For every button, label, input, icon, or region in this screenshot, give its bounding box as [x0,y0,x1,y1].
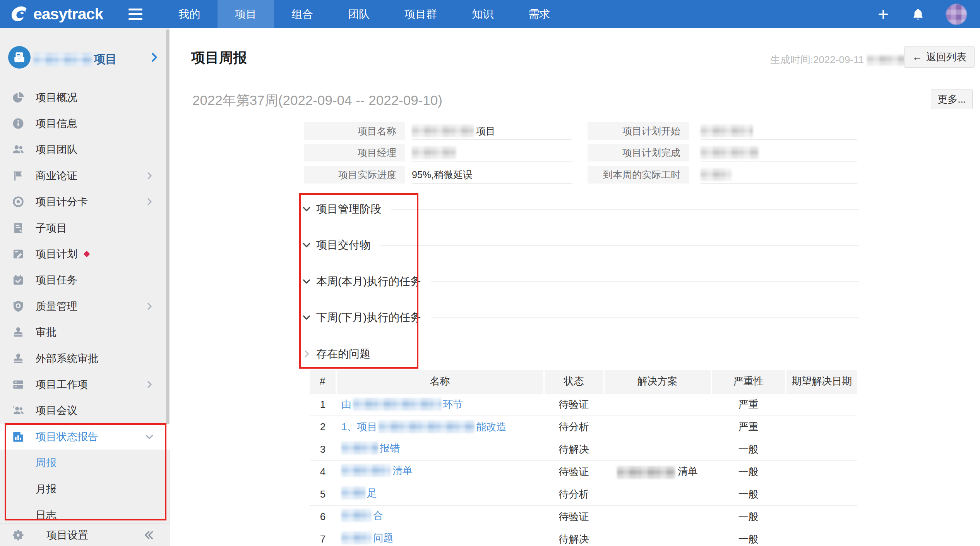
redacted-issue-name [341,509,372,522]
issue-name-link[interactable]: 清单 [341,464,413,477]
redacted-value [412,125,474,137]
issue-name-link[interactable]: 问题 [341,531,393,545]
issue-row: 6 合 待验证 一般 [310,505,857,528]
section-next-week-tasks[interactable]: 下周(下月)执行的任务 [302,309,859,326]
issue-severity: 严重 [711,393,786,416]
project-avatar [8,46,31,69]
tasks-calendar-check-icon [12,273,25,287]
issue-status: 待解决 [544,438,604,460]
sidebar-item-project-scorecard[interactable]: 项目计分卡 [0,189,170,215]
issue-status: 待分析 [544,483,604,505]
target-icon [12,195,25,208]
sidebar-item-status-report[interactable]: 项目状态报告 [0,424,170,450]
info-icon [12,117,25,130]
sidebar-scrollbar[interactable] [166,29,169,424]
tab-my[interactable]: 我的 [161,0,218,28]
chevron-right-icon [302,349,312,359]
redacted-issue-name [379,421,475,433]
more-button[interactable]: 更多... [931,89,973,109]
col-header-name: 名称 [336,370,544,393]
redacted-issue-name [341,464,391,477]
hamburger-menu-icon[interactable] [128,9,142,20]
redacted-project-name [33,53,92,66]
user-avatar[interactable] [946,4,967,25]
issue-severity: 一般 [711,483,786,505]
col-header-status: 状态 [544,370,604,393]
chevron-right-icon [144,301,154,311]
issue-severity: 一般 [711,528,786,546]
sidebar-item-work-items[interactable]: 项目工作项 [0,371,170,397]
generated-time: 生成时间:2022-09-11 [770,53,910,67]
issue-name-link[interactable]: 足 [341,486,377,500]
work-items-icon [12,378,25,391]
redacted-value [701,168,732,181]
field-value-actual-progress: 95%,稍微延误 [412,166,572,184]
chevron-down-icon [302,312,312,323]
section-deliverables[interactable]: 项目交付物 [302,237,859,253]
field-label-project-manager: 项目经理 [304,144,405,161]
redacted-solution [617,466,675,479]
project-name: 项目 [33,52,117,67]
sidebar-item-external-approval[interactable]: 外部系统审批 [0,345,170,371]
section-management-phase[interactable]: 项目管理阶段 [302,201,859,217]
sidebar-item-approval[interactable]: 审批 [0,319,170,345]
page-title: 项目周报 [191,48,247,67]
section-existing-issues[interactable]: 存在的问题 [302,346,859,362]
tab-program[interactable]: 项目群 [387,0,454,28]
team-icon [12,143,25,156]
field-value-project-manager [412,144,572,161]
issue-row: 2 1、项目能改造 待分析 严重 [310,416,857,438]
sidebar-item-project-team[interactable]: 项目团队 [0,137,170,163]
section-this-week-tasks[interactable]: 本周(本月)执行的任务 [302,273,859,290]
field-value-planned-finish [701,144,857,161]
issue-expected-date [786,393,857,416]
sidebar-item-project-meetings[interactable]: 项目会议 [0,398,170,424]
gear-icon [12,529,25,542]
sidebar-item-subprojects[interactable]: 子项目 [0,215,170,241]
plus-icon[interactable] [876,7,890,21]
tab-demand[interactable]: 需求 [511,0,567,28]
sidebar-item-business-case[interactable]: 商业论证 [0,163,170,189]
chevron-down-icon [144,432,154,442]
sidebar-item-project-plan[interactable]: 项目计划 [0,241,170,267]
section-divider [431,318,859,318]
issue-name-link[interactable]: 1、项目能改造 [341,420,506,434]
chevron-right-icon[interactable] [148,52,160,63]
back-to-list-button[interactable]: ← 返回列表 [904,46,975,68]
sidebar-item-project-info[interactable]: 项目信息 [0,110,170,136]
chevron-right-icon [144,197,154,207]
issue-name-link[interactable]: 报错 [341,441,400,455]
issue-name-link[interactable]: 由环节 [341,398,463,411]
easytrack-logo[interactable]: easytrack [9,4,103,24]
tab-project[interactable]: 项目 [218,0,274,28]
notification-bell-icon[interactable] [911,7,925,21]
stamp-icon [12,326,25,339]
sidebar-project-header[interactable]: 项目 [0,38,170,80]
issue-solution [604,528,711,546]
sidebar-item-project-overview[interactable]: 项目概况 [0,84,170,110]
sidebar-item-project-settings[interactable]: 项目设置 [0,524,170,546]
issue-expected-date [786,416,857,438]
field-value-project-name: 项目 [412,122,572,140]
col-header-solution: 解决方案 [604,370,711,393]
field-value-actual-hours [701,166,857,184]
tab-knowledge[interactable]: 知识 [454,0,511,28]
redacted-value [701,125,753,137]
section-divider [380,354,859,354]
tab-portfolio[interactable]: 组合 [274,0,331,28]
issue-severity: 一般 [711,505,786,528]
easytrack-logo-text: easytrack [33,5,103,23]
issue-row: 1 由环节 待验证 严重 [310,393,857,416]
sidebar-subitem-monthly-report[interactable]: 月报 [0,476,170,502]
top-navbar: easytrack 我的 项目 组合 团队 项目群 知识 需求 [0,0,980,28]
easytrack-logo-icon [9,4,29,24]
sidebar-item-project-tasks[interactable]: 项目任务 [0,267,170,293]
issue-status: 待解决 [544,528,604,546]
tab-team[interactable]: 团队 [331,0,387,28]
issue-name-link[interactable]: 合 [341,509,383,522]
field-label-planned-start: 项目计划开始 [588,122,689,140]
issues-table: # 名称 状态 解决方案 严重性 期望解决日期 1 由环节 待验证 严重 [310,370,857,546]
collapse-sidebar-icon[interactable] [143,529,154,541]
sidebar-item-quality-management[interactable]: 质量管理 [0,293,170,319]
sidebar-subitem-weekly-report[interactable]: 周报 [0,450,170,476]
